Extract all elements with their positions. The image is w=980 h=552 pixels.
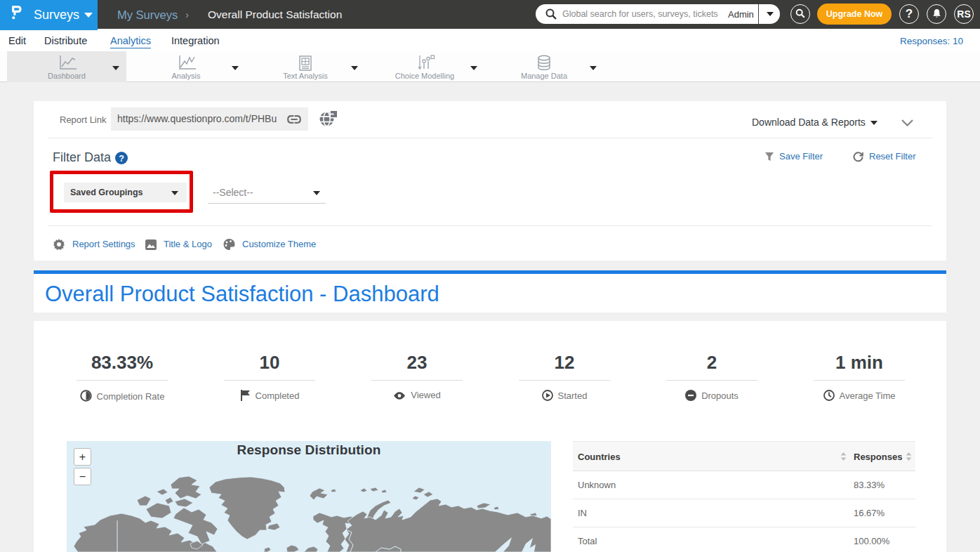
svg-text:?: ? — [119, 154, 124, 164]
